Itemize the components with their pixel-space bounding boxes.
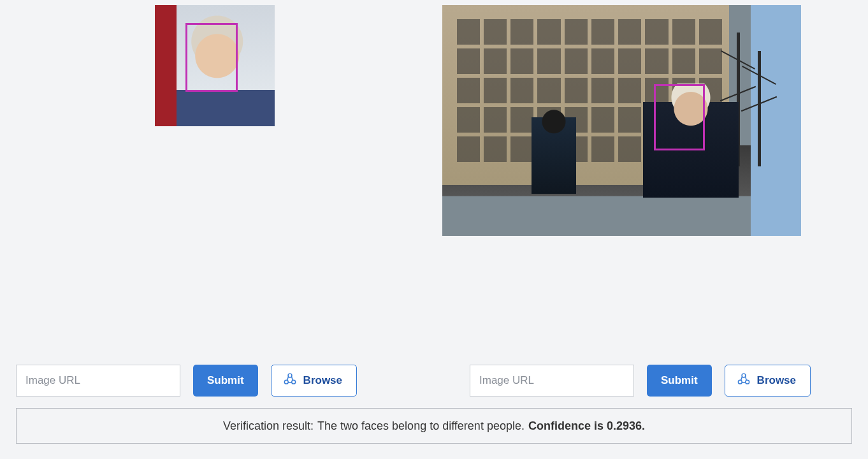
result-message: The two faces belong to different people…	[317, 419, 524, 433]
controls-row: Submit Browse Submit	[16, 365, 852, 397]
right-browse-label: Browse	[757, 374, 796, 387]
svg-point-2	[291, 380, 295, 384]
right-input-group: Submit Browse	[470, 365, 852, 397]
result-prefix: Verification result:	[223, 419, 314, 433]
right-browse-button[interactable]: Browse	[725, 365, 811, 397]
person-silhouette-decor	[640, 84, 742, 224]
verification-result-bar: Verification result: The two faces belon…	[16, 408, 852, 444]
left-image-placeholder	[155, 5, 275, 126]
tree-decor	[758, 51, 761, 166]
person-silhouette-decor	[528, 106, 579, 215]
right-image-url-input[interactable]	[470, 365, 634, 397]
left-image-panel	[155, 5, 275, 126]
image-stage	[0, 0, 868, 363]
right-submit-button[interactable]: Submit	[647, 365, 712, 397]
result-confidence: Confidence is 0.2936.	[528, 419, 645, 433]
left-browse-button[interactable]: Browse	[271, 365, 357, 397]
browse-icon	[283, 372, 297, 390]
svg-point-4	[738, 380, 742, 384]
left-browse-label: Browse	[303, 374, 342, 387]
left-input-group: Submit Browse	[16, 365, 398, 397]
browse-icon	[737, 372, 751, 390]
left-image-url-input[interactable]	[16, 365, 180, 397]
left-submit-button[interactable]: Submit	[193, 365, 258, 397]
svg-point-1	[284, 380, 288, 384]
svg-point-5	[745, 380, 749, 384]
right-image-panel	[442, 5, 801, 236]
